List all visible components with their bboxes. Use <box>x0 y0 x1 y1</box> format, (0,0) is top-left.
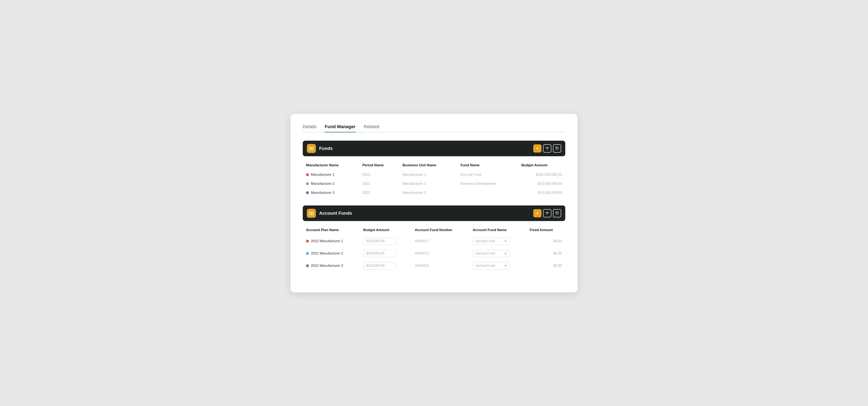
funds-row1-period: 2022 <box>359 170 399 179</box>
table-row: 2022 Manufacturer 2 AF00013 Accrual Fund… <box>303 247 565 259</box>
dot-blue-1 <box>306 182 309 185</box>
funds-table: Manufacturer Name Period Name Business U… <box>303 161 565 197</box>
af-col-fixed-amount: Fixed Amount <box>526 226 565 235</box>
funds-row3-period: 2023 <box>359 188 399 197</box>
af-row2-fund-number: AF00013 <box>412 247 469 259</box>
af-row3-budget[interactable] <box>360 259 412 272</box>
tab-fund-manager[interactable]: Fund Manager <box>325 124 355 132</box>
funds-row3-fund-name <box>457 188 518 197</box>
svg-rect-0 <box>309 147 313 150</box>
funds-section: Funds + Manufac <box>303 140 565 197</box>
account-funds-section: Account Funds + <box>303 206 565 272</box>
af-row1-fund-number: AF00017 <box>412 235 469 247</box>
funds-row2-business-unit: Manufacturer 2 <box>399 179 457 188</box>
funds-col-fund-name: Fund Name <box>457 161 518 170</box>
funds-col-manufacturer: Manufacturer Name <box>303 161 359 170</box>
funds-actions: + <box>533 144 561 153</box>
svg-rect-2 <box>309 212 313 215</box>
dot-red-af1 <box>306 240 309 243</box>
funds-filter-button[interactable] <box>543 144 551 153</box>
tab-bar: Details Fund Manager Related <box>303 124 565 132</box>
account-funds-filter-button[interactable] <box>543 209 551 217</box>
dropdown-arrow-3: ▼ <box>504 264 507 268</box>
account-funds-add-button[interactable]: + <box>533 209 541 217</box>
funds-section-header: Funds + <box>303 140 565 156</box>
af-col-budget: Budget Amount <box>360 226 412 235</box>
af-col-fund-name: Account Fund Name <box>469 226 527 235</box>
af-row2-fund-name[interactable]: Accrual Fund ▼ <box>469 247 527 259</box>
dropdown-arrow-2: ▼ <box>504 252 507 255</box>
funds-title: Funds <box>319 146 333 151</box>
af-col-plan-name: Account Plan Name <box>303 226 360 235</box>
funds-row3-manufacturer[interactable]: Manufacturer 3 <box>303 188 359 197</box>
funds-add-button[interactable]: + <box>533 144 541 153</box>
dot-red-1 <box>306 173 309 176</box>
funds-row1-business-unit: Manufacturer 1 <box>399 170 457 179</box>
funds-icon <box>307 144 316 153</box>
funds-header-left: Funds <box>307 144 333 153</box>
tab-related[interactable]: Related <box>364 124 379 132</box>
funds-row3-business-unit: Manufacturer 3 <box>399 188 457 197</box>
af-row3-plan-name[interactable]: 2022 Manufacturer 3 <box>303 259 360 272</box>
dropdown-arrow-1: ▼ <box>504 240 507 243</box>
tab-details[interactable]: Details <box>303 124 316 132</box>
af-row2-budget[interactable] <box>360 247 412 259</box>
funds-row2-fund-name: Business Development <box>457 179 518 188</box>
funds-row2-manufacturer[interactable]: Manufacturer 2 <box>303 179 359 188</box>
af-row3-budget-input[interactable] <box>363 262 396 270</box>
account-funds-title: Account Funds <box>319 211 352 216</box>
table-row: Manufacturer 1 2022 Manufacturer 1 Accru… <box>303 170 565 179</box>
af-row2-budget-input[interactable] <box>363 250 396 257</box>
table-row: 2022 Manufacturer 3 AF00016 Accrual Fund… <box>303 259 565 272</box>
account-funds-section-header: Account Funds + <box>303 206 565 221</box>
af-row2-plan-name[interactable]: 2022 Manufacturer 2 <box>303 247 360 259</box>
account-funds-actions: + <box>533 209 561 217</box>
funds-row2-budget: $15,000,000.00 <box>518 179 565 188</box>
funds-row1-budget: $150,000,000.00 <box>518 170 565 179</box>
af-col-fund-number: Account Fund Number <box>412 226 469 235</box>
af-row1-fixed-amount: $0.00 <box>526 235 565 247</box>
af-row2-fixed-amount: $0.00 <box>526 247 565 259</box>
table-row: Manufacturer 2 2022 Manufacturer 2 Busin… <box>303 179 565 188</box>
dot-blue-af2 <box>306 252 309 255</box>
dot-purple-af3 <box>306 264 309 267</box>
funds-col-business-unit: Business Unit Name <box>399 161 457 170</box>
account-funds-table: Account Plan Name Budget Amount Account … <box>303 226 565 272</box>
account-funds-header-left: Account Funds <box>307 209 352 218</box>
main-card: Details Fund Manager Related Funds + <box>290 114 578 292</box>
account-funds-refresh-button[interactable] <box>553 209 561 217</box>
table-row: Manufacturer 3 2023 Manufacturer 3 $14,0… <box>303 188 565 197</box>
account-funds-icon <box>307 209 316 218</box>
af-row1-budget-input[interactable] <box>363 238 396 245</box>
funds-row3-budget: $14,000,000.00 <box>518 188 565 197</box>
af-row1-plan-name[interactable]: 2022 Manufacturer 1 <box>303 235 360 247</box>
funds-refresh-button[interactable] <box>553 144 561 153</box>
dot-purple-1 <box>306 191 309 194</box>
af-row3-fund-number: AF00016 <box>412 259 469 272</box>
af-row3-fixed-amount: $0.00 <box>526 259 565 272</box>
funds-row1-manufacturer[interactable]: Manufacturer 1 <box>303 170 359 179</box>
funds-col-period: Period Name <box>359 161 399 170</box>
af-row3-fund-name[interactable]: Accrual Fund ▼ <box>469 259 527 272</box>
table-row: 2022 Manufacturer 1 AF00017 Accrual Fund… <box>303 235 565 247</box>
funds-row2-period: 2022 <box>359 179 399 188</box>
af-row1-fund-name[interactable]: Accrual Fund ▼ <box>469 235 527 247</box>
funds-row1-fund-name: Accrual Fund <box>457 170 518 179</box>
af-row1-budget[interactable] <box>360 235 412 247</box>
funds-col-budget: Budget Amount <box>518 161 565 170</box>
